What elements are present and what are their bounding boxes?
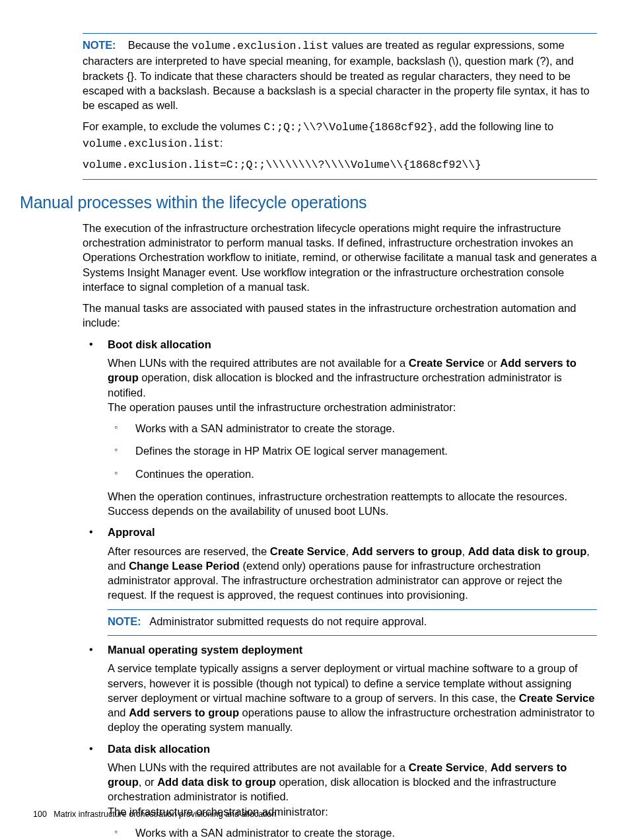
page-number: 100 (33, 810, 47, 819)
note2-code2: volume.exclusion.list (83, 137, 220, 150)
note-para-2: For example, to exclude the volumes C:;Q… (83, 119, 597, 151)
item-title: Approval (108, 525, 597, 539)
section-title: Manual processes within the lifecycle op… (20, 192, 597, 214)
sub-item: Works with a SAN administrator to create… (108, 825, 597, 840)
intro-para-2: The manual tasks are associated with pau… (83, 301, 597, 330)
inner-note-body: Administrator submitted requests do not … (149, 615, 427, 627)
sub-list: Works with a SAN administrator to create… (108, 825, 597, 840)
item-para: When the operation continues, infrastruc… (108, 489, 597, 519)
footer-text: Matrix infrastructure orchestration prov… (53, 810, 276, 819)
sub-item: Defines the storage in HP Matrix OE logi… (108, 443, 597, 458)
note-para-1: NOTE: Because the volume.exclusion.list … (83, 38, 597, 112)
item-body: After resources are reserved, the Create… (108, 544, 597, 603)
rule (108, 635, 597, 636)
intro-para-1: The execution of the infrastructure orch… (83, 221, 597, 294)
sub-list: Works with a SAN administrator to create… (108, 421, 597, 481)
sub-item: Works with a SAN administrator to create… (108, 421, 597, 436)
note1-code: volume.exclusion.list (192, 40, 329, 52)
note2-code: C:;Q:;\\?\Volume{1868cf92} (263, 121, 433, 134)
list-item: Manual operating system deployment A ser… (83, 642, 597, 735)
list-item: Boot disk allocation When LUNs with the … (83, 337, 597, 519)
inner-note: NOTE: Administrator submitted requests d… (108, 609, 597, 636)
item-title: Manual operating system deployment (108, 642, 597, 657)
rule-bottom (83, 179, 597, 180)
sub-item: Continues the operation. (108, 467, 597, 481)
inner-note-text: NOTE: Administrator submitted requests d… (108, 614, 597, 629)
rule (108, 609, 597, 610)
note-label: NOTE: (108, 615, 141, 627)
list-item: Data disk allocation When LUNs with the … (83, 742, 597, 840)
note2-mid: , add the following line to (434, 120, 554, 132)
section-body: The execution of the infrastructure orch… (83, 221, 597, 840)
note1-pre: Because the (128, 39, 192, 51)
note2-post: : (220, 137, 223, 149)
item-title: Boot disk allocation (108, 337, 597, 352)
rule-top (83, 33, 597, 34)
note-block-top: NOTE: Because the volume.exclusion.list … (83, 33, 597, 180)
task-list: Boot disk allocation When LUNs with the … (83, 337, 597, 840)
item-body: When LUNs with the required attributes a… (108, 356, 597, 414)
item-body: A service template typically assigns a s… (108, 661, 597, 734)
note-codeblock: volume.exclusion.list=C:;Q:;\\\\\\\\?\\\… (83, 158, 597, 172)
list-item: Approval After resources are reserved, t… (83, 525, 597, 636)
note2-pre: For example, to exclude the volumes (83, 120, 263, 132)
note-label: NOTE: (83, 39, 116, 51)
item-title: Data disk allocation (108, 742, 597, 756)
page: NOTE: Because the volume.exclusion.list … (0, 0, 630, 840)
page-footer: 100 Matrix infrastructure orchestration … (33, 809, 276, 820)
